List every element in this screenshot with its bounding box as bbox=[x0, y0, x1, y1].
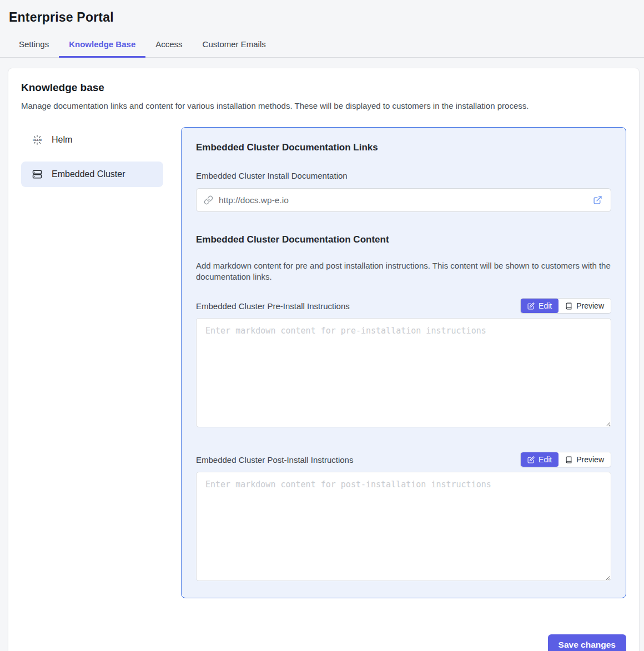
server-icon bbox=[32, 169, 42, 179]
helm-icon: HELM bbox=[32, 135, 42, 145]
edit-icon bbox=[527, 302, 535, 310]
card-footer: Save changes bbox=[21, 634, 626, 651]
open-url-button[interactable] bbox=[592, 194, 603, 206]
post-install-textarea[interactable] bbox=[196, 472, 611, 581]
edit-button-label: Edit bbox=[539, 455, 552, 464]
install-doc-label: Embedded Cluster Install Documentation bbox=[196, 171, 611, 180]
documentation-content-section: Embedded Cluster Documentation Content A… bbox=[196, 234, 611, 282]
book-icon bbox=[565, 456, 572, 463]
post-install-edit-button[interactable]: Edit bbox=[521, 452, 559, 467]
preview-button-label: Preview bbox=[576, 455, 604, 464]
external-link-icon bbox=[593, 195, 602, 205]
save-changes-button[interactable]: Save changes bbox=[548, 634, 626, 651]
page-title: Enterprise Portal bbox=[9, 10, 635, 25]
content-section-description: Add markdown content for pre and post in… bbox=[196, 260, 611, 282]
preview-button-label: Preview bbox=[576, 301, 604, 310]
edit-icon bbox=[527, 456, 535, 463]
links-section-title: Embedded Cluster Documentation Links bbox=[196, 142, 611, 153]
post-install-mode-toggle: Edit Preview bbox=[520, 452, 611, 467]
sidebar-item-label: Helm bbox=[52, 135, 72, 145]
install-doc-url-input[interactable] bbox=[219, 195, 592, 205]
pre-install-block: Embedded Cluster Pre-Install Instruction… bbox=[196, 298, 611, 430]
sidebar-item-embedded-cluster[interactable]: Embedded Cluster bbox=[21, 162, 163, 187]
pre-install-edit-button[interactable]: Edit bbox=[521, 299, 559, 313]
pre-install-label: Embedded Cluster Pre-Install Instruction… bbox=[196, 301, 350, 311]
sidebar-item-helm[interactable]: HELM Helm bbox=[21, 127, 163, 153]
link-icon bbox=[204, 195, 213, 205]
sidebar-item-label: Embedded Cluster bbox=[52, 169, 125, 179]
documentation-links-section: Embedded Cluster Documentation Links Emb… bbox=[196, 142, 611, 212]
pre-install-mode-toggle: Edit Preview bbox=[520, 298, 611, 314]
post-install-block: Embedded Cluster Post-Install Instructio… bbox=[196, 452, 611, 583]
install-method-nav: HELM Helm Embedded Cluster bbox=[21, 127, 163, 598]
card-description: Manage documentation links and content f… bbox=[21, 101, 626, 110]
edit-button-label: Edit bbox=[539, 301, 552, 310]
pre-install-textarea[interactable] bbox=[196, 318, 611, 427]
pre-install-preview-button[interactable]: Preview bbox=[559, 299, 611, 313]
tab-access[interactable]: Access bbox=[145, 33, 192, 58]
content-section-title: Embedded Cluster Documentation Content bbox=[196, 234, 611, 245]
tab-knowledge-base[interactable]: Knowledge Base bbox=[59, 33, 145, 58]
tab-settings[interactable]: Settings bbox=[9, 33, 59, 58]
tab-customer-emails[interactable]: Customer Emails bbox=[193, 33, 276, 58]
book-icon bbox=[565, 302, 572, 310]
tab-bar: Settings Knowledge Base Access Customer … bbox=[0, 33, 644, 58]
page-header: Enterprise Portal bbox=[0, 0, 644, 25]
svg-text:HELM: HELM bbox=[33, 138, 42, 142]
install-doc-url-field bbox=[196, 188, 611, 212]
post-install-preview-button[interactable]: Preview bbox=[559, 452, 611, 467]
card-title: Knowledge base bbox=[21, 82, 626, 94]
embedded-cluster-panel: Embedded Cluster Documentation Links Emb… bbox=[181, 127, 626, 598]
post-install-label: Embedded Cluster Post-Install Instructio… bbox=[196, 455, 353, 465]
knowledge-base-card: Knowledge base Manage documentation link… bbox=[8, 68, 640, 651]
